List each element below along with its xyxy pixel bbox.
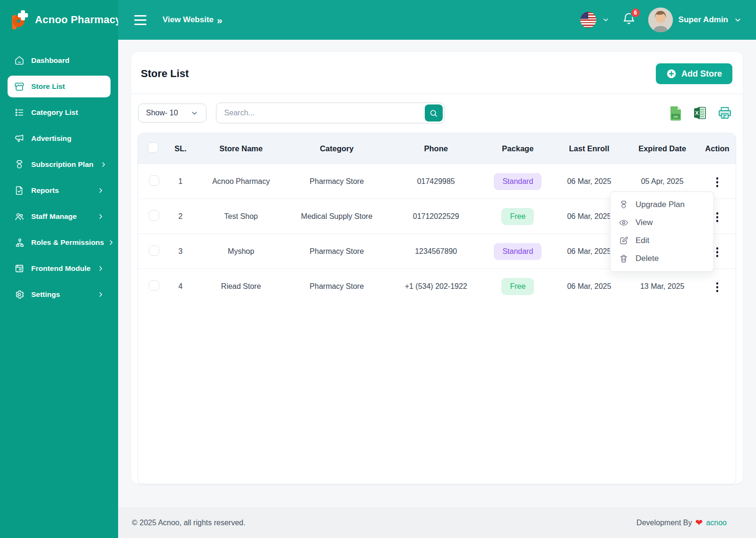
- view-website-label: View Website: [163, 15, 214, 25]
- browser-icon: [14, 263, 25, 274]
- svg-text:csv: csv: [673, 115, 679, 118]
- cell-sl: 4: [163, 282, 198, 291]
- sidebar-item-reports[interactable]: Reports: [8, 180, 111, 201]
- print-icon[interactable]: [717, 106, 732, 120]
- cell-phone: 1234567890: [389, 247, 483, 256]
- sidebar: Acnoo Pharmacy Dashboard Store List Cate…: [0, 0, 118, 538]
- cell-phone: +1 (534) 202-1922: [389, 282, 483, 291]
- language-selector[interactable]: [580, 12, 610, 28]
- view-website-link[interactable]: View Website »: [163, 15, 223, 25]
- sidebar-item-dashboard[interactable]: Dashboard: [8, 50, 111, 71]
- select-all-checkbox[interactable]: [148, 142, 158, 153]
- sidebar-item-staff-manage[interactable]: Staff Manage: [8, 206, 111, 227]
- chevron-down-icon: [734, 16, 742, 24]
- context-menu-item-upgrade-plan[interactable]: Upgrade Plan: [610, 196, 713, 214]
- sidebar-item-store-list[interactable]: Store List: [8, 76, 111, 97]
- sidebar-item-settings[interactable]: Settings: [8, 284, 111, 305]
- us-flag-icon: [580, 12, 596, 28]
- category-list-icon: [14, 107, 25, 118]
- col-header-expired-date: Expired Date: [626, 144, 699, 153]
- report-icon: [14, 185, 25, 196]
- cell-store-name: Riead Store: [198, 282, 284, 291]
- chevron-right-icon: [97, 291, 104, 298]
- svg-text:X: X: [695, 110, 699, 116]
- show-entries-label: Show- 10: [146, 109, 178, 117]
- chevron-down-icon: [190, 109, 198, 117]
- sidebar-item-label: Advertising: [31, 134, 71, 143]
- show-entries-select[interactable]: Show- 10: [138, 104, 206, 122]
- chevron-right-icon: [100, 161, 107, 168]
- context-menu-item-edit[interactable]: Edit: [610, 232, 713, 250]
- sidebar-item-label: Dashboard: [31, 56, 69, 65]
- context-menu-label: View: [636, 218, 653, 227]
- row-actions-button[interactable]: [713, 174, 722, 190]
- cell-last-enroll: 06 Mar, 2025: [553, 177, 626, 186]
- package-badge: Free: [501, 278, 534, 295]
- medal-icon: [619, 200, 628, 209]
- cell-expired-date: 05 Apr, 2025: [626, 177, 699, 186]
- search-button[interactable]: [425, 104, 443, 121]
- chevron-right-icon: [97, 213, 104, 220]
- chevron-down-icon: [602, 16, 610, 24]
- row-checkbox[interactable]: [149, 245, 159, 256]
- chevron-right-icon: [97, 265, 104, 272]
- megaphone-icon: [14, 133, 25, 144]
- sidebar-nav: Dashboard Store List Category List Adver…: [0, 40, 118, 315]
- sidebar-item-category-list[interactable]: Category List: [8, 102, 111, 123]
- cell-category: Pharmacy Store: [284, 177, 389, 186]
- sidebar-item-advertising[interactable]: Advertising: [8, 128, 111, 149]
- context-menu-item-view[interactable]: View: [610, 214, 713, 232]
- notifications-button[interactable]: 6: [622, 12, 636, 28]
- col-header-last-enroll: Last Enroll: [553, 144, 626, 153]
- row-actions-context-menu: Upgrade Plan View Edit Delete: [610, 191, 714, 272]
- row-actions-button[interactable]: [713, 279, 722, 295]
- row-checkbox[interactable]: [149, 175, 159, 186]
- brand-logo-block[interactable]: Acnoo Pharmacy: [0, 0, 118, 40]
- pharmacy-logo-icon: [9, 9, 30, 31]
- col-header-phone: Phone: [389, 144, 483, 153]
- cell-last-enroll: 06 Mar, 2025: [553, 282, 626, 291]
- developer-brand-link[interactable]: acnoo: [706, 519, 727, 527]
- sidebar-item-label: Reports: [31, 186, 59, 195]
- sidebar-item-label: Roles & Permissions: [31, 238, 104, 247]
- copyright-text: © 2025 Acnoo, all rights reserved.: [132, 519, 245, 527]
- context-menu-label: Edit: [636, 236, 649, 245]
- sidebar-item-label: Store List: [31, 82, 65, 91]
- search-input[interactable]: [218, 109, 425, 117]
- add-store-button[interactable]: Add Store: [656, 63, 732, 84]
- store-list-card: Store List Add Store Show- 10: [131, 52, 743, 484]
- col-header-sl: SL.: [163, 144, 198, 153]
- sidebar-item-subscription-plan[interactable]: Subscription Plan: [8, 154, 111, 175]
- export-excel-icon[interactable]: X: [693, 106, 707, 120]
- package-badge: Free: [501, 208, 534, 225]
- sidebar-item-label: Subscription Plan: [31, 160, 94, 169]
- table-header-row: SL. Store Name Category Phone Package La…: [138, 133, 736, 164]
- row-checkbox[interactable]: [149, 280, 159, 291]
- export-csv-icon[interactable]: csv: [669, 105, 682, 121]
- row-checkbox[interactable]: [149, 210, 159, 221]
- context-menu-item-delete[interactable]: Delete: [610, 250, 713, 268]
- heart-icon: ❤: [695, 517, 703, 528]
- col-header-store-name: Store Name: [198, 144, 284, 153]
- cell-store-name: Myshop: [198, 247, 284, 256]
- user-menu[interactable]: Super Admin: [648, 8, 742, 32]
- col-header-category: Category: [284, 144, 389, 153]
- sidebar-item-label: Frontend Module: [31, 264, 91, 273]
- sidebar-item-roles-permissions[interactable]: Roles & Permissions: [8, 232, 111, 253]
- cell-sl: 1: [163, 177, 198, 186]
- cell-phone: 01712022529: [389, 212, 483, 221]
- search-icon: [429, 109, 438, 118]
- trash-icon: [619, 254, 628, 263]
- chevron-right-icon: [108, 239, 114, 246]
- main-content: Store List Add Store Show- 10: [118, 40, 756, 484]
- sidebar-item-label: Settings: [31, 290, 60, 299]
- cell-store-name: Test Shop: [198, 212, 284, 221]
- hamburger-menu-icon[interactable]: [132, 13, 148, 27]
- table-row: 4 Riead Store Pharmacy Store +1 (534) 20…: [138, 269, 736, 304]
- context-menu-label: Delete: [636, 254, 659, 263]
- sidebar-item-frontend-module[interactable]: Frontend Module: [8, 258, 111, 279]
- brand-name: Acnoo Pharmacy: [35, 14, 121, 26]
- col-header-action: Action: [699, 144, 736, 153]
- plus-circle-icon: [666, 69, 677, 79]
- avatar: [648, 8, 673, 32]
